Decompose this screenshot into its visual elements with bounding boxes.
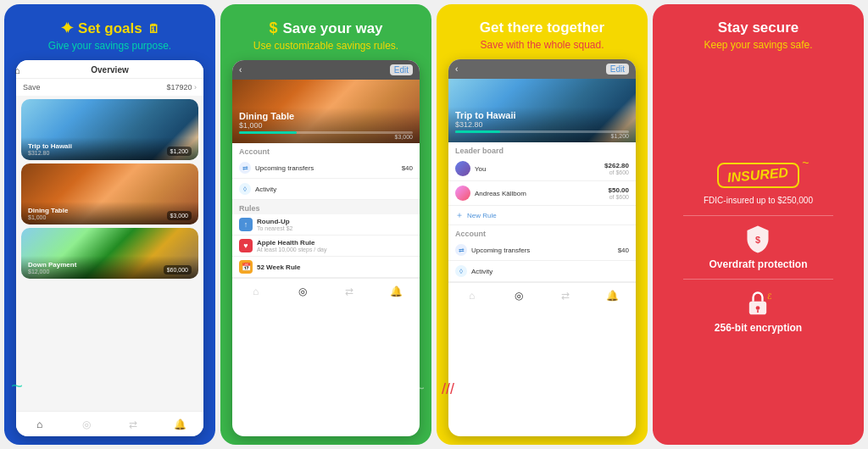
save-your-way-title: $ Save your way (232, 19, 420, 37)
hawaii-goal-card: Trip to Hawaii $312.80 $1,200 (448, 79, 636, 142)
apple-health-icon: ♥ (239, 239, 253, 252)
overdraft-feature: $ Overdraft protection (709, 224, 807, 270)
dining-goal-header: ‹ Edit (232, 60, 420, 80)
phone-content-goals: Save $17920 › Trip to Hawaii $312.80 $1,… (16, 79, 203, 411)
overdraft-label: Overdraft protection (709, 258, 807, 270)
set-goals-subtitle: Give your savings purpose. (16, 40, 203, 52)
get-there-together-panel: Get there together Save with the whole s… (437, 4, 648, 445)
set-goals-title: ✦ ✦ Set goals 🗓 (16, 19, 203, 37)
new-rule-button[interactable]: ＋ New Rule (448, 206, 636, 225)
leaderboard-section-label: Leader board (448, 142, 636, 157)
get-there-together-phone: ‹ Edit Trip to Hawaii $312.80 $1,200 Lea… (448, 59, 636, 436)
upcoming-transfers-item[interactable]: ⇄ Upcoming transfers $40 (232, 158, 420, 179)
nav-bell-icon-3[interactable]: 🔔 (604, 287, 620, 304)
nav-goal-icon-3[interactable]: ◎ (510, 287, 527, 304)
nav-bell-icon-2[interactable]: 🔔 (387, 283, 404, 300)
week-rule-item[interactable]: 📅 52 Week Rule (232, 257, 420, 278)
calendar-icon: 🗓 (147, 22, 159, 36)
roundup-rule-item[interactable]: ↑ Round-Up To nearest $2 (232, 214, 420, 236)
nav-transfer-icon[interactable]: ⇄ (125, 416, 142, 433)
set-goals-header: ✦ ✦ Set goals 🗓 Give your savings purpos… (16, 19, 203, 52)
shield-icon: $ (743, 224, 773, 255)
encryption-label: 256-bit encryption (715, 322, 802, 334)
drop-icon-2: ◊ (455, 265, 467, 277)
divider-2 (683, 279, 833, 280)
goal-card-downpayment[interactable]: Down Payment $12,000 $60,000 (21, 228, 198, 279)
nav-bell-icon[interactable]: 🔔 (171, 416, 188, 433)
phone-overview-header: ⌂ Overview (16, 60, 203, 79)
stay-secure-subtitle: Keep your savings safe. (665, 39, 852, 51)
phone-nav-bar-2: ⌂ ◎ ⇄ 🔔 (232, 278, 420, 303)
week-rule-icon: 📅 (239, 260, 253, 274)
account-section-label: Account (232, 143, 420, 158)
save-your-way-header: $ Save your way Use customizable savings… (232, 19, 420, 52)
nav-transfer-icon-3[interactable]: ⇄ (557, 287, 574, 304)
leader-item-you[interactable]: You $262.80 of $600 (448, 157, 636, 181)
hawaii-goal-header: ‹ Edit (448, 59, 636, 79)
fdic-label: FDIC-insured up to $250,000 (704, 195, 813, 207)
upcoming-transfers-item-2[interactable]: ⇄ Upcoming transfers $40 (448, 240, 636, 261)
phone-nav-bar-3: ⌂ ◎ ⇄ 🔔 (448, 282, 636, 308)
stay-secure-panel: Stay secure Keep your savings safe. INSU… (653, 4, 864, 445)
avatar-you (455, 161, 470, 176)
svg-text:ℰ: ℰ (767, 291, 772, 300)
security-features-list: INSURED ~ FDIC-insured up to $250,000 $ … (665, 59, 852, 436)
get-there-together-header: Get there together Save with the whole s… (448, 19, 636, 51)
nav-goal-icon-2[interactable]: ◎ (294, 283, 311, 300)
back-button[interactable]: ‹ (239, 65, 242, 75)
dining-table-card: Dining Table $1,000 $3,000 (232, 80, 420, 143)
phone-nav-bar: ⌂ ◎ ⇄ 🔔 (16, 411, 203, 436)
transfer-icon: ⇄ (239, 162, 251, 174)
dollar-icon: $ (269, 19, 277, 37)
stay-secure-title: Stay secure (665, 19, 852, 36)
nav-goal-icon[interactable]: ◎ (78, 416, 95, 433)
fdic-feature: INSURED ~ FDIC-insured up to $250,000 (704, 163, 813, 207)
transfer-icon-2: ⇄ (455, 244, 467, 256)
lock-icon: ℰ (743, 288, 773, 319)
set-goals-panel: ✦ ✦ Set goals 🗓 Give your savings purpos… (4, 4, 215, 445)
nav-home-icon-3[interactable]: ⌂ (464, 287, 481, 304)
home-icon: ⌂ (16, 65, 20, 75)
goal-card-hawaii[interactable]: Trip to Hawaii $312.80 $1,200 (21, 99, 198, 160)
savings-row: Save $17920 › (16, 79, 203, 96)
set-goals-phone: ⌂ Overview Save $17920 › Trip to Hawaii … (16, 60, 203, 436)
divider-1 (683, 215, 833, 216)
edit-button[interactable]: Edit (390, 64, 413, 75)
stay-secure-header: Stay secure Keep your savings safe. (665, 19, 852, 51)
fdic-badge: INSURED (717, 163, 798, 188)
activity-item[interactable]: ◊ Activity (232, 179, 420, 200)
yellow-lines-decoration: /// (442, 380, 454, 398)
app-container: ✦ ✦ Set goals 🗓 Give your savings purpos… (4, 4, 864, 445)
drop-icon: ◊ (239, 183, 251, 195)
avatar-andreas (455, 186, 470, 201)
nav-home-icon-2[interactable]: ⌂ (248, 283, 264, 300)
back-button-2[interactable]: ‹ (455, 64, 458, 74)
roundup-icon: ↑ (239, 218, 253, 231)
activity-item-2[interactable]: ◊ Activity (448, 261, 636, 282)
fdic-swoosh: ~ (802, 156, 809, 169)
apple-health-rule-item[interactable]: ♥ Apple Health Rule At least 10,000 step… (232, 236, 420, 257)
svg-text:$: $ (755, 234, 760, 244)
get-there-together-subtitle: Save with the whole squad. (448, 39, 636, 51)
goal-card-dining[interactable]: Dining Table $1,000 $3,000 (21, 164, 198, 224)
save-your-way-subtitle: Use customizable savings rules. (232, 40, 420, 52)
save-your-way-panel: $ Save your way Use customizable savings… (220, 4, 431, 445)
rules-section-label: Rules (232, 200, 420, 214)
edit-button-2[interactable]: Edit (606, 64, 629, 75)
save-your-way-phone: ‹ Edit Dining Table $1,000 $3,000 Accoun… (232, 60, 420, 436)
account-section-label-2: Account (448, 225, 636, 240)
svg-point-2 (756, 306, 760, 310)
get-there-together-title: Get there together (448, 19, 636, 36)
nav-home-icon[interactable]: ⌂ (31, 416, 48, 433)
nav-transfer-icon-2[interactable]: ⇄ (341, 283, 358, 300)
encryption-feature: ℰ 256-bit encryption (715, 288, 802, 334)
leader-item-andreas[interactable]: Andreas Källbom $50.00 of $600 (448, 181, 636, 206)
